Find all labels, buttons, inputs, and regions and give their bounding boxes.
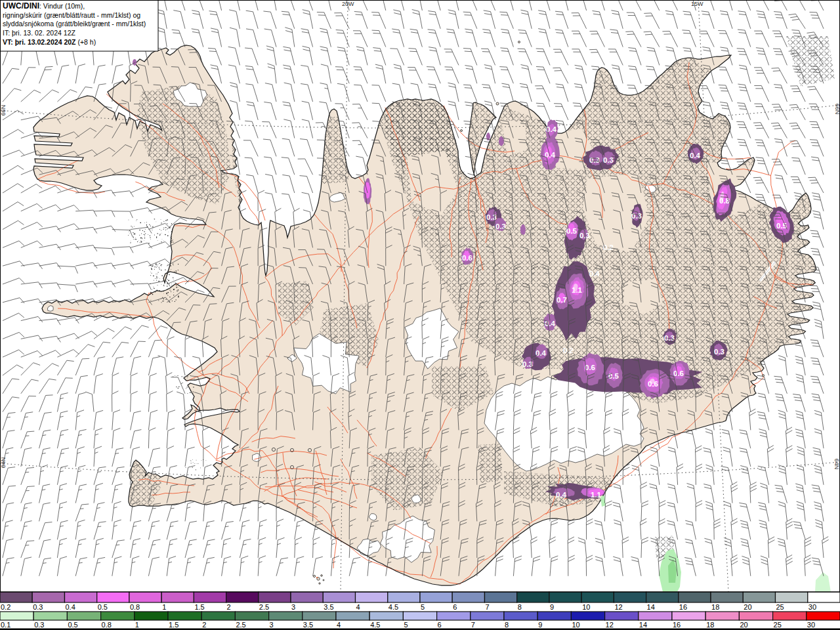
svg-text:rigning/skúrir (grænt/blátt/ra: rigning/skúrir (grænt/blátt/rautt - mm/1… xyxy=(3,11,140,19)
svg-text:0.3: 0.3 xyxy=(486,213,497,221)
svg-text:0.3: 0.3 xyxy=(631,212,642,220)
svg-text:slydda/snjókoma (grátt/bleikt/: slydda/snjókoma (grátt/bleikt/grænt - mm… xyxy=(3,20,146,28)
svg-text:3: 3 xyxy=(291,603,295,611)
svg-text:3.5: 3.5 xyxy=(303,621,313,629)
svg-text:0.5: 0.5 xyxy=(68,621,77,629)
svg-text:25: 25 xyxy=(774,621,782,629)
svg-text:0.6: 0.6 xyxy=(585,364,595,371)
svg-text:30: 30 xyxy=(807,621,815,629)
svg-text:66N: 66N xyxy=(0,105,7,116)
svg-text:10: 10 xyxy=(572,621,579,629)
svg-text:1.5: 1.5 xyxy=(194,603,204,611)
svg-text:5: 5 xyxy=(404,621,408,629)
svg-text:30: 30 xyxy=(808,603,816,611)
svg-text:5: 5 xyxy=(421,603,425,611)
svg-text:0.4: 0.4 xyxy=(545,151,556,159)
svg-text:4.5: 4.5 xyxy=(388,603,398,611)
svg-text:66N: 66N xyxy=(834,104,840,115)
svg-text:7: 7 xyxy=(486,603,490,611)
svg-text:UWC/DINI: Vindur (10m),: UWC/DINI: Vindur (10m), xyxy=(3,1,85,10)
svg-text:1.1: 1.1 xyxy=(572,286,583,294)
svg-text:IT: þri. 13. 02. 2024 12Z: IT: þri. 13. 02. 2024 12Z xyxy=(3,29,75,37)
svg-text:0.6: 0.6 xyxy=(673,369,684,377)
svg-text:4: 4 xyxy=(356,603,360,611)
svg-text:0.5: 0.5 xyxy=(608,372,620,380)
svg-text:1: 1 xyxy=(135,621,139,629)
svg-text:2.5: 2.5 xyxy=(259,603,269,611)
svg-text:2: 2 xyxy=(227,603,231,611)
svg-text:0.7: 0.7 xyxy=(556,296,567,304)
svg-text:3.5: 3.5 xyxy=(324,603,333,611)
svg-text:2.5: 2.5 xyxy=(236,621,245,629)
svg-text:0.4: 0.4 xyxy=(66,603,75,611)
svg-text:6: 6 xyxy=(453,603,457,611)
svg-text:0.3: 0.3 xyxy=(714,348,724,356)
svg-text:0.6: 0.6 xyxy=(462,254,472,262)
svg-text:18: 18 xyxy=(711,603,719,611)
svg-text:0.8: 0.8 xyxy=(102,621,112,629)
svg-text:14: 14 xyxy=(647,603,655,611)
svg-text:25: 25 xyxy=(776,603,784,611)
svg-text:1: 1 xyxy=(162,603,166,611)
svg-text:64N: 64N xyxy=(0,457,7,469)
svg-text:0.8: 0.8 xyxy=(719,197,730,205)
svg-text:9: 9 xyxy=(550,603,554,611)
svg-text:12: 12 xyxy=(614,603,622,611)
svg-text:0.3: 0.3 xyxy=(603,156,614,164)
svg-text:64N: 64N xyxy=(833,459,840,470)
svg-text:1.1: 1.1 xyxy=(591,491,602,499)
svg-text:4.5: 4.5 xyxy=(370,621,380,629)
svg-text:9: 9 xyxy=(538,621,542,629)
svg-text:4: 4 xyxy=(337,621,341,629)
svg-text:2: 2 xyxy=(202,621,206,629)
svg-text:7: 7 xyxy=(471,621,475,629)
svg-text:0.4: 0.4 xyxy=(536,349,547,357)
svg-text:14: 14 xyxy=(639,621,647,629)
svg-text:0.1: 0.1 xyxy=(1,621,10,629)
svg-text:15W: 15W xyxy=(691,1,704,7)
svg-text:20: 20 xyxy=(740,621,747,629)
svg-text:20W: 20W xyxy=(342,1,354,7)
svg-text:0.5: 0.5 xyxy=(98,603,108,611)
svg-text:18: 18 xyxy=(706,621,714,629)
svg-text:0.3: 0.3 xyxy=(495,222,506,230)
svg-text:16: 16 xyxy=(679,603,687,611)
svg-text:10: 10 xyxy=(582,603,590,611)
svg-text:0.4: 0.4 xyxy=(589,270,600,278)
svg-text:0.4: 0.4 xyxy=(556,491,567,499)
svg-text:12: 12 xyxy=(606,621,614,629)
svg-text:16: 16 xyxy=(673,621,681,629)
svg-text:0.6: 0.6 xyxy=(648,380,658,388)
svg-text:VT: þri. 13.02.2024 20Z (+8 h): VT: þri. 13.02.2024 20Z (+8 h) xyxy=(3,38,96,46)
svg-text:20: 20 xyxy=(744,603,751,611)
svg-text:0.2: 0.2 xyxy=(1,603,10,611)
svg-text:0.4: 0.4 xyxy=(546,125,557,133)
svg-text:8: 8 xyxy=(505,621,509,629)
svg-text:0.3: 0.3 xyxy=(33,603,43,611)
svg-text:3: 3 xyxy=(270,621,274,629)
svg-text:1.5: 1.5 xyxy=(169,621,178,629)
svg-text:0.3: 0.3 xyxy=(34,621,44,629)
svg-text:0.3: 0.3 xyxy=(664,334,675,342)
svg-text:6: 6 xyxy=(438,621,442,629)
svg-text:0.8: 0.8 xyxy=(130,603,140,611)
svg-text:8: 8 xyxy=(518,603,522,611)
